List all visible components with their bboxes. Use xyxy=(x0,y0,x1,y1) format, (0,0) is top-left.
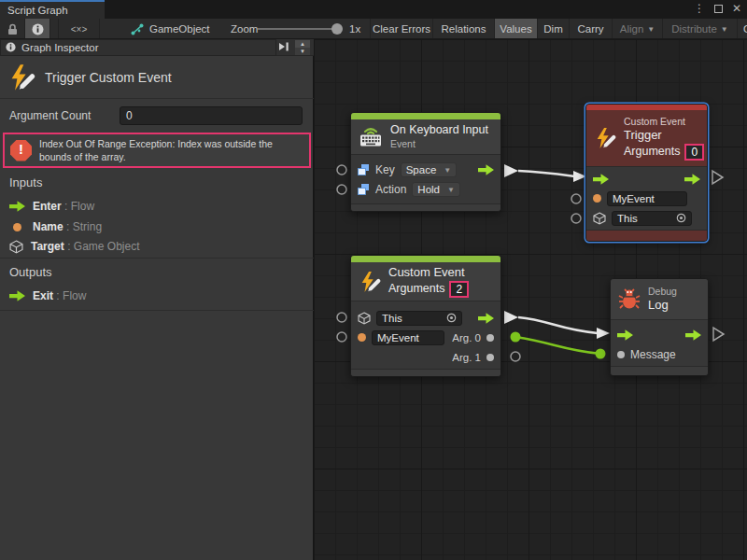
port-arg1-output[interactable] xyxy=(511,352,520,361)
scroll-up-icon[interactable]: ▲ xyxy=(295,40,310,48)
scroll-spinner[interactable]: ▲▼ xyxy=(295,40,310,55)
event-name-input[interactable]: MyEvent xyxy=(372,330,444,345)
port-trigger-exit[interactable] xyxy=(712,171,723,184)
inspector-toggle-button[interactable] xyxy=(25,19,50,39)
ce-target-row: This xyxy=(351,308,500,328)
chevron-down-icon: ▼ xyxy=(721,25,728,34)
dim-button[interactable]: Dim xyxy=(538,19,570,39)
target-object-picker[interactable]: This xyxy=(612,211,692,226)
node-on-keyboard-input[interactable]: On Keyboard Input Event Key Space▼ xyxy=(350,112,501,212)
unity-script-graph-window: Script Graph ⋮ ✕ <×> GameObject Zo xyxy=(0,0,747,560)
zoom-slider-knob[interactable] xyxy=(331,23,343,35)
string-port-icon xyxy=(358,333,366,342)
event-name-input[interactable]: MyEvent xyxy=(607,191,687,206)
message-port-icon[interactable] xyxy=(617,351,625,358)
flow-out-arrow-icon[interactable] xyxy=(478,164,494,175)
node-subtitle: Event xyxy=(390,138,488,150)
code-icon: <×> xyxy=(71,24,88,35)
flow-out-arrow-icon[interactable] xyxy=(684,174,700,185)
arg1-port-icon[interactable] xyxy=(486,354,494,361)
wire-arg0-to-message[interactable] xyxy=(515,337,600,354)
flow-out-arrow-icon[interactable] xyxy=(685,329,701,341)
argument-count-input[interactable]: 0 xyxy=(120,106,303,125)
ce-name-row: MyEvent Arg. 0 xyxy=(351,328,500,347)
node-debug-log[interactable]: Debug Log Message xyxy=(610,278,709,376)
port-key-input[interactable] xyxy=(337,165,346,175)
flow-out-arrow-icon[interactable] xyxy=(478,313,494,324)
port-row-exit: Exit : Flow xyxy=(9,287,86,304)
argument-count-label: Argument Count xyxy=(9,109,91,122)
cube-icon xyxy=(593,212,606,225)
flow-output-connected-triangle[interactable] xyxy=(504,311,518,324)
bug-icon xyxy=(618,288,641,310)
node-subtitle: Debug xyxy=(648,286,677,298)
lock-button[interactable] xyxy=(0,19,25,39)
port-trigger-target-input[interactable] xyxy=(571,214,581,223)
flow-output-connected-triangle[interactable] xyxy=(504,164,518,177)
gameobject-reference[interactable]: GameObject xyxy=(131,19,210,39)
action-dropdown[interactable]: Hold▼ xyxy=(412,182,460,197)
wire-keyboard-to-trigger[interactable] xyxy=(518,171,575,176)
kebab-menu-icon[interactable]: ⋮ xyxy=(694,2,705,15)
overview-button[interactable]: Overview xyxy=(738,19,747,39)
node-trigger-custom-event[interactable]: Custom Event Trigger Arguments 0 xyxy=(585,104,708,242)
object-picker-icon[interactable] xyxy=(676,213,686,223)
graph-canvas[interactable]: On Keyboard Input Event Key Space▼ xyxy=(314,39,747,560)
enum-icon xyxy=(358,184,370,195)
node-event-bar xyxy=(351,113,500,119)
tab-script-graph[interactable]: Script Graph xyxy=(0,0,105,19)
port-debug-exit[interactable] xyxy=(713,328,724,341)
align-dropdown[interactable]: Align▼ xyxy=(613,19,663,39)
code-view-button[interactable]: <×> xyxy=(58,19,100,39)
zoom-slider-track[interactable] xyxy=(258,28,342,30)
string-port-icon xyxy=(593,194,601,203)
zoom-label: Zoom xyxy=(231,19,258,39)
object-picker-icon[interactable] xyxy=(446,313,457,323)
info-icon xyxy=(32,23,44,35)
arguments-count-error-box[interactable]: 0 xyxy=(684,144,704,161)
keyboard-icon xyxy=(359,125,383,147)
port-ce-target-input[interactable] xyxy=(337,313,346,322)
target-object-picker[interactable]: This xyxy=(376,311,462,326)
gameobject-icon xyxy=(131,23,144,35)
values-button[interactable]: Values xyxy=(495,19,538,39)
ce-arg1-row: Arg. 1 xyxy=(351,347,500,367)
key-dropdown[interactable]: Space▼ xyxy=(401,162,458,177)
arg0-port-icon[interactable] xyxy=(486,334,494,342)
flow-in-arrow-icon[interactable] xyxy=(617,329,633,341)
chevron-down-icon: ▼ xyxy=(647,25,655,34)
error-message-box: Index Out Of Range Exception: Index was … xyxy=(3,133,311,168)
node-title: Trigger xyxy=(624,128,704,143)
port-trigger-name-input[interactable] xyxy=(571,194,581,203)
unit-title: Trigger Custom Event xyxy=(45,70,172,85)
maximize-icon[interactable] xyxy=(714,5,723,13)
flow-arrow-icon xyxy=(9,201,25,212)
wire-customevent-to-debug[interactable] xyxy=(518,317,598,333)
node-title: On Keyboard Input xyxy=(390,123,488,138)
string-port-icon xyxy=(13,223,21,231)
flow-in-arrow-icon[interactable] xyxy=(593,174,609,185)
argument-count-row: Argument Count 0 xyxy=(0,106,314,127)
port-message-input-connected[interactable] xyxy=(596,349,606,359)
tab-strip: Script Graph ⋮ ✕ xyxy=(0,0,747,19)
dock-panel-icon[interactable] xyxy=(278,42,289,51)
debug-message-row: Message xyxy=(611,344,708,364)
arguments-count-error-box[interactable]: 2 xyxy=(449,281,469,298)
trigger-flow-row xyxy=(586,169,707,189)
node-custom-event[interactable]: Custom Event Arguments 2 This xyxy=(350,255,501,377)
carry-button[interactable]: Carry xyxy=(570,19,613,39)
scroll-down-icon[interactable]: ▼ xyxy=(295,48,310,55)
custom-event-bolt-icon xyxy=(359,271,381,293)
error-text: Index Out Of Range Exception: Index was … xyxy=(39,137,303,163)
distribute-dropdown[interactable]: Distribute▼ xyxy=(663,19,738,39)
outputs-section-title: Outputs xyxy=(9,265,52,279)
port-action-input[interactable] xyxy=(337,185,346,194)
inputs-section-title: Inputs xyxy=(9,175,42,189)
port-ce-name-input[interactable] xyxy=(337,332,346,342)
relations-button[interactable]: Relations xyxy=(433,19,495,39)
arg0-label: Arg. 0 xyxy=(452,332,481,343)
graph-inspector-panel: Graph Inspector ▲▼ Trigger Custom Event … xyxy=(0,39,314,560)
graph-inspector-header: Graph Inspector ▲▼ xyxy=(0,39,314,56)
clear-errors-button[interactable]: Clear Errors xyxy=(370,19,433,39)
close-icon[interactable]: ✕ xyxy=(732,2,741,15)
